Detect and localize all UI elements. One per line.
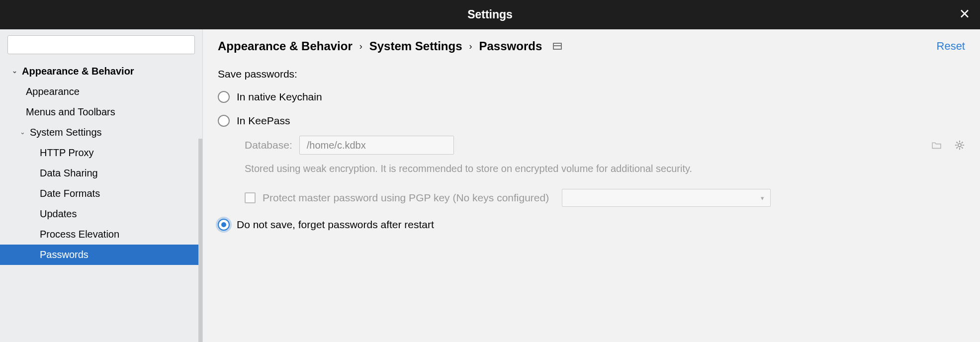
tree-item-appearance-behavior[interactable]: ⌄Appearance & Behavior: [0, 61, 202, 82]
svg-line-11: [956, 147, 958, 149]
chevron-down-icon[interactable]: ⌄: [20, 128, 28, 136]
radio-label: Do not save, forget passwords after rest…: [237, 219, 434, 231]
tree-item-label: Appearance & Behavior: [22, 66, 134, 77]
title-bar: Settings: [0, 0, 980, 29]
tree-item-label: Process Elevation: [40, 229, 119, 240]
pgp-key-dropdown[interactable]: [562, 189, 771, 207]
search-container: ▾: [7, 35, 195, 54]
tree-item-label: Data Sharing: [40, 168, 98, 179]
radio-keepass[interactable]: In KeePass: [218, 115, 965, 127]
main-area: ▾ ⌄Appearance & BehaviorAppearanceMenus …: [0, 29, 980, 342]
reset-link[interactable]: Reset: [937, 40, 965, 53]
radio-label: In KeePass: [237, 115, 290, 127]
tree-item-appearance[interactable]: Appearance: [0, 82, 202, 102]
save-passwords-label: Save passwords:: [218, 68, 965, 80]
svg-line-12: [962, 142, 963, 143]
search-input[interactable]: [7, 35, 195, 54]
tree-item-label: Updates: [40, 208, 77, 220]
breadcrumb-part[interactable]: System Settings: [369, 39, 462, 53]
breadcrumb: Appearance & Behavior › System Settings …: [218, 39, 562, 53]
radio-native-keychain[interactable]: In native Keychain: [218, 91, 965, 103]
breadcrumb-part[interactable]: Appearance & Behavior: [218, 39, 353, 53]
radio-button[interactable]: [218, 219, 230, 231]
tree-item-passwords[interactable]: Passwords: [0, 245, 202, 265]
database-input-wrap: [299, 136, 947, 155]
tree-item-data-sharing[interactable]: Data Sharing: [0, 163, 202, 183]
tree-item-label: Date Formats: [40, 188, 100, 199]
tree-item-label: Menus and Toolbars: [26, 106, 115, 118]
pgp-row: Protect master password using PGP key (N…: [245, 189, 965, 207]
chevron-down-icon[interactable]: ⌄: [12, 67, 20, 75]
svg-line-9: [956, 142, 958, 143]
settings-body: Save passwords: In native Keychain In Ke…: [203, 59, 980, 243]
chevron-right-icon: ›: [359, 41, 362, 52]
folder-open-icon[interactable]: [931, 141, 942, 149]
chevron-right-icon: ›: [469, 41, 472, 52]
sidebar: ▾ ⌄Appearance & BehaviorAppearanceMenus …: [0, 29, 203, 342]
pgp-checkbox[interactable]: [245, 192, 256, 203]
content-panel: Appearance & Behavior › System Settings …: [203, 29, 980, 342]
gear-icon[interactable]: [954, 140, 965, 151]
search-wrap: ▾: [0, 29, 202, 59]
settings-tree: ⌄Appearance & BehaviorAppearanceMenus an…: [0, 59, 202, 342]
svg-line-10: [962, 147, 963, 149]
pgp-label: Protect master password using PGP key (N…: [263, 192, 549, 204]
breadcrumb-part: Passwords: [479, 39, 542, 53]
radio-button[interactable]: [218, 91, 230, 103]
radio-button[interactable]: [218, 115, 230, 127]
tree-item-menus-and-toolbars[interactable]: Menus and Toolbars: [0, 102, 202, 122]
tree-item-label: System Settings: [30, 127, 102, 138]
tree-item-process-elevation[interactable]: Process Elevation: [0, 224, 202, 245]
database-input: [299, 136, 454, 155]
show-in-window-icon[interactable]: [553, 43, 562, 50]
tree-item-system-settings[interactable]: ⌄System Settings: [0, 122, 202, 143]
radio-do-not-save[interactable]: Do not save, forget passwords after rest…: [218, 219, 965, 231]
tree-item-label: Passwords: [40, 249, 89, 260]
radio-label: In native Keychain: [237, 91, 322, 103]
close-icon[interactable]: [958, 7, 971, 22]
scrollbar[interactable]: [198, 139, 202, 342]
tree-item-label: Appearance: [26, 86, 80, 97]
tree-item-http-proxy[interactable]: HTTP Proxy: [0, 143, 202, 163]
database-row: Database:: [245, 136, 965, 155]
breadcrumb-row: Appearance & Behavior › System Settings …: [203, 29, 980, 59]
database-hint: Stored using weak encryption. It is reco…: [245, 162, 702, 176]
tree-item-label: HTTP Proxy: [40, 147, 94, 159]
database-label: Database:: [245, 139, 292, 151]
window-title: Settings: [467, 8, 513, 21]
svg-point-4: [958, 144, 961, 147]
keepass-subsection: Database:: [245, 136, 965, 207]
tree-item-date-formats[interactable]: Date Formats: [0, 183, 202, 204]
tree-item-updates[interactable]: Updates: [0, 204, 202, 224]
